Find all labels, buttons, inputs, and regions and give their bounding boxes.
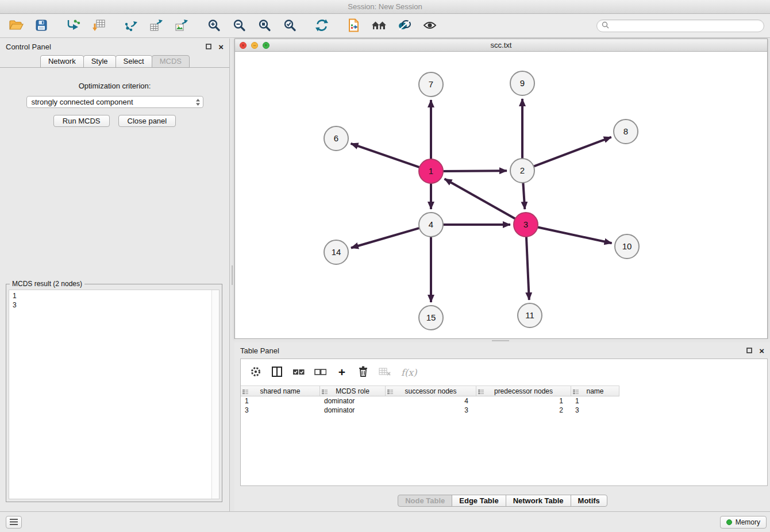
network-arrow-icon xyxy=(124,19,138,33)
table-cell: 1 xyxy=(241,396,320,406)
tab-style[interactable]: Style xyxy=(83,55,116,68)
import-table-button[interactable] xyxy=(88,17,109,34)
open-file-button[interactable] xyxy=(6,17,26,34)
graph-node-15[interactable]: 15 xyxy=(419,306,443,330)
graph-node-10[interactable]: 10 xyxy=(615,234,639,259)
close-panel-button[interactable]: Close panel xyxy=(118,115,176,127)
svg-text:4: 4 xyxy=(429,219,433,229)
first-neighbors-button[interactable] xyxy=(369,17,390,34)
column-label: shared name xyxy=(260,387,300,395)
tab-select[interactable]: Select xyxy=(116,55,152,68)
refresh-view-button[interactable] xyxy=(311,17,332,34)
graph-node-8[interactable]: 8 xyxy=(614,119,638,144)
export-to-web-button[interactable] xyxy=(344,17,364,34)
double-home-icon xyxy=(371,20,387,33)
fx-icon: f(x) xyxy=(401,367,417,378)
tab-edge-table[interactable]: Edge Table xyxy=(452,495,506,507)
network-graph[interactable]: 7968124310141511 xyxy=(235,52,767,338)
svg-text:8: 8 xyxy=(623,126,628,136)
optimization-dropdown[interactable]: strongly connected component xyxy=(26,96,203,108)
save-session-button[interactable] xyxy=(31,17,52,34)
show-hide-graphics-button[interactable] xyxy=(419,17,440,34)
edge-3-10[interactable] xyxy=(537,227,612,243)
zoom-out-button[interactable] xyxy=(229,17,249,34)
graph-node-3[interactable]: 3 xyxy=(514,213,538,237)
graph-node-2[interactable]: 2 xyxy=(510,159,534,183)
select-all-columns-button[interactable] xyxy=(292,366,305,379)
zoom-in-button[interactable] xyxy=(203,17,224,34)
close-window-button[interactable]: × xyxy=(240,42,247,49)
float-table-panel-icon[interactable] xyxy=(746,348,752,353)
graph-node-1[interactable]: 1 xyxy=(419,159,443,183)
memory-button[interactable]: Memory xyxy=(720,516,767,529)
tab-mcds[interactable]: MCDS xyxy=(152,55,190,68)
float-panel-icon[interactable] xyxy=(206,44,211,49)
column-header-name[interactable]: name xyxy=(571,386,619,396)
function-builder-button-disabled: f(x) xyxy=(401,366,417,379)
show-columns-button[interactable] xyxy=(271,366,283,379)
add-column-button[interactable]: + xyxy=(336,366,348,379)
column-header-predecessor-nodes[interactable]: predecessor nodes xyxy=(476,386,571,396)
graph-node-7[interactable]: 7 xyxy=(419,72,443,97)
zoom-selected-button[interactable] xyxy=(279,17,300,34)
deselect-all-columns-button[interactable] xyxy=(314,366,326,379)
zoom-fit-button[interactable] xyxy=(254,17,275,34)
tab-network-table[interactable]: Network Table xyxy=(506,495,571,507)
table-settings-button[interactable] xyxy=(250,366,261,379)
tab-motifs[interactable]: Motifs xyxy=(571,495,607,507)
tab-node-table[interactable]: Node Table xyxy=(398,495,452,507)
edge-2-3[interactable] xyxy=(523,182,525,209)
run-mcds-button[interactable]: Run MCDS xyxy=(53,115,110,127)
apply-style-button[interactable] xyxy=(394,17,415,34)
splitter-handle[interactable] xyxy=(232,265,233,285)
close-control-panel-icon[interactable]: × xyxy=(218,43,224,51)
result-scrollbar[interactable] xyxy=(211,290,219,499)
graph-node-11[interactable]: 11 xyxy=(518,303,542,327)
edge-1-6[interactable] xyxy=(351,144,421,168)
zoom-in-icon xyxy=(207,18,221,34)
tab-network[interactable]: Network xyxy=(40,55,84,68)
menu-button[interactable] xyxy=(6,516,22,529)
delete-column-button[interactable] xyxy=(357,366,369,379)
columns-icon xyxy=(271,366,283,379)
graph-node-4[interactable]: 4 xyxy=(419,213,443,237)
table-row[interactable]: 1dominator411 xyxy=(241,396,767,406)
memory-label: Memory xyxy=(736,518,760,526)
zoom-out-icon xyxy=(232,18,246,34)
svg-text:3: 3 xyxy=(523,219,528,229)
clone-network-button[interactable] xyxy=(121,17,141,34)
table-toolbar: + f(x) xyxy=(241,359,767,385)
search-box[interactable] xyxy=(596,20,764,32)
table-row[interactable]: 3dominator323 xyxy=(241,406,767,415)
column-header-successor-nodes[interactable]: successor nodes xyxy=(386,386,476,396)
close-table-panel-icon[interactable]: × xyxy=(759,346,764,355)
export-table-button[interactable] xyxy=(146,17,167,34)
edge-1-2[interactable] xyxy=(442,171,507,171)
table-cell: 3 xyxy=(386,406,476,415)
column-label: name xyxy=(586,387,603,395)
table-panel: Table Panel × + f(x) shared nameMCDS rol… xyxy=(234,342,770,511)
result-line: 3 xyxy=(13,300,209,310)
control-panel-tabs: NetworkStyleSelectMCDS xyxy=(0,55,229,68)
column-header-mcds-role[interactable]: MCDS role xyxy=(320,386,386,396)
vertical-splitter[interactable] xyxy=(230,38,234,511)
search-input[interactable] xyxy=(612,22,759,30)
import-network-button[interactable] xyxy=(63,17,84,34)
edge-3-1[interactable] xyxy=(445,179,517,219)
splitter-handle[interactable] xyxy=(492,340,509,341)
edge-3-11[interactable] xyxy=(526,236,529,300)
graph-node-9[interactable]: 9 xyxy=(510,71,534,95)
export-image-button[interactable] xyxy=(171,17,192,34)
graph-node-14[interactable]: 14 xyxy=(324,240,348,264)
column-header-shared-name[interactable]: shared name xyxy=(241,386,320,396)
maximize-window-button[interactable]: + xyxy=(263,42,270,49)
minimize-window-button[interactable]: − xyxy=(251,42,258,49)
refresh-icon xyxy=(315,18,329,34)
edge-4-14[interactable] xyxy=(351,228,421,248)
control-panel-header: Control Panel × xyxy=(0,38,229,55)
zoom-fit-icon xyxy=(257,18,271,34)
document-share-icon xyxy=(348,18,360,34)
eye-icon xyxy=(423,21,437,32)
graph-node-6[interactable]: 6 xyxy=(324,126,348,151)
edge-2-8[interactable] xyxy=(533,137,611,167)
